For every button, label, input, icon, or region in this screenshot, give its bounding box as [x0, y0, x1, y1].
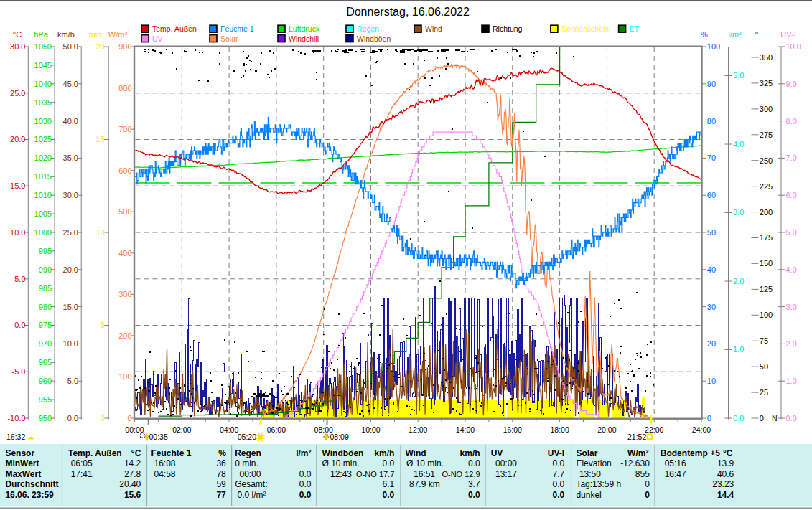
svg-text:13:17: 13:17 [495, 469, 517, 479]
svg-text:10.0: 10.0 [10, 228, 25, 237]
svg-text:Temp. Außen: Temp. Außen [68, 448, 122, 458]
svg-text:23.23: 23.23 [712, 479, 734, 489]
svg-text:04:58: 04:58 [154, 469, 176, 479]
svg-text:16:00: 16:00 [503, 425, 522, 434]
svg-text:225: 225 [760, 182, 773, 191]
svg-text:14.4: 14.4 [717, 490, 734, 500]
svg-text:10.0: 10.0 [786, 42, 801, 51]
svg-text:40.6: 40.6 [717, 469, 734, 479]
svg-text:10.0: 10.0 [63, 339, 78, 348]
svg-text:Solar: Solar [576, 448, 597, 458]
svg-text:25.0: 25.0 [10, 89, 25, 98]
svg-text:dunkel: dunkel [576, 490, 601, 500]
svg-text:0.0: 0.0 [383, 490, 395, 500]
svg-text:0.0: 0.0 [299, 490, 312, 500]
svg-text:Ø 10 min.: Ø 10 min. [406, 458, 444, 468]
svg-text:975: 975 [39, 321, 52, 329]
svg-text:O-NO 12.9: O-NO 12.9 [442, 470, 480, 478]
svg-text:9.0: 9.0 [786, 80, 797, 88]
svg-text:Sensor: Sensor [5, 448, 34, 458]
svg-text:100: 100 [707, 42, 720, 51]
svg-text:1045: 1045 [34, 61, 52, 70]
svg-text:0.0: 0.0 [383, 458, 395, 468]
svg-text:°: ° [755, 30, 758, 39]
svg-text:78: 78 [216, 469, 226, 479]
svg-text:0.0: 0.0 [14, 321, 25, 329]
svg-text:06:00: 06:00 [267, 425, 286, 434]
svg-text:59: 59 [216, 479, 226, 489]
svg-text:Regen: Regen [235, 448, 261, 458]
svg-text:UV: UV [152, 34, 163, 43]
svg-text:325: 325 [760, 79, 773, 88]
svg-text:175: 175 [760, 233, 773, 242]
svg-text:70: 70 [707, 154, 716, 162]
svg-text:00:00: 00:00 [240, 469, 261, 479]
svg-text:3.7: 3.7 [468, 479, 480, 489]
svg-text:20.0: 20.0 [10, 135, 25, 143]
svg-text:-10.0: -10.0 [7, 414, 25, 422]
svg-text:700: 700 [118, 125, 131, 133]
svg-text:30.0: 30.0 [10, 42, 25, 51]
svg-text:0: 0 [645, 490, 650, 500]
svg-text:3.0: 3.0 [733, 208, 744, 217]
svg-text:UV: UV [491, 448, 503, 458]
svg-text:km/h: km/h [460, 448, 480, 458]
svg-text:hPa: hPa [34, 30, 48, 39]
svg-text:05:16: 05:16 [665, 458, 686, 468]
svg-text:17:41: 17:41 [71, 469, 93, 479]
svg-text:965: 965 [39, 358, 52, 367]
svg-text:0.0: 0.0 [67, 414, 78, 422]
svg-text:km/h: km/h [57, 30, 75, 39]
svg-text:16:32: 16:32 [6, 433, 25, 441]
svg-text:1050: 1050 [34, 42, 52, 51]
svg-text:13:50: 13:50 [579, 469, 601, 479]
svg-text:UV-I: UV-I [548, 448, 564, 458]
svg-text:350: 350 [760, 53, 773, 62]
svg-text:1000: 1000 [34, 228, 52, 237]
svg-text:400: 400 [118, 249, 131, 258]
svg-text:75: 75 [760, 336, 768, 345]
svg-text:20.0: 20.0 [63, 265, 78, 274]
svg-text:4.0: 4.0 [786, 265, 797, 274]
svg-text:Windböen: Windböen [357, 34, 391, 43]
svg-text:00:00: 00:00 [495, 458, 517, 468]
svg-text:990: 990 [39, 265, 52, 274]
svg-text:77: 77 [216, 490, 226, 500]
svg-text:6.1: 6.1 [383, 479, 395, 489]
svg-text:100: 100 [118, 372, 131, 381]
svg-text:0: 0 [760, 414, 764, 422]
svg-text:W/m²: W/m² [627, 448, 648, 458]
svg-text:100: 100 [760, 311, 773, 319]
svg-text:5: 5 [101, 321, 105, 329]
svg-text:80: 80 [707, 117, 716, 126]
svg-text:300: 300 [118, 290, 131, 298]
svg-text:0: 0 [127, 414, 131, 422]
svg-text:0.0: 0.0 [733, 414, 744, 422]
svg-text:150: 150 [760, 259, 773, 268]
svg-text:Bodentemp +5: Bodentemp +5 [661, 448, 720, 458]
svg-text:%: % [701, 30, 708, 39]
svg-text:25: 25 [760, 388, 768, 397]
svg-text:950: 950 [39, 414, 52, 422]
svg-text:50: 50 [760, 362, 768, 371]
svg-text:UV-I: UV-I [780, 30, 795, 39]
svg-text:0 min.: 0 min. [235, 458, 258, 468]
svg-text:Ø 10 min.: Ø 10 min. [322, 458, 360, 468]
svg-text:0.0: 0.0 [468, 458, 480, 468]
svg-text:Durchschnitt: Durchschnitt [5, 479, 58, 489]
svg-text:1.0: 1.0 [733, 345, 744, 354]
svg-text:Wind: Wind [405, 448, 426, 458]
svg-text:40.0: 40.0 [63, 117, 78, 126]
svg-text:0.0 l/m²: 0.0 l/m² [238, 490, 266, 500]
svg-text:00:35: 00:35 [149, 433, 168, 441]
svg-text:0.0: 0.0 [299, 479, 312, 489]
svg-text:25.0: 25.0 [63, 228, 78, 237]
svg-text:275: 275 [760, 131, 773, 139]
svg-text:km/h: km/h [374, 448, 394, 458]
svg-text:7.0: 7.0 [786, 154, 797, 162]
svg-text:min: min [89, 30, 102, 39]
svg-text:0: 0 [645, 479, 650, 489]
svg-text:20:00: 20:00 [597, 425, 616, 434]
svg-text:02:00: 02:00 [172, 425, 191, 434]
svg-text:1020: 1020 [34, 154, 52, 162]
